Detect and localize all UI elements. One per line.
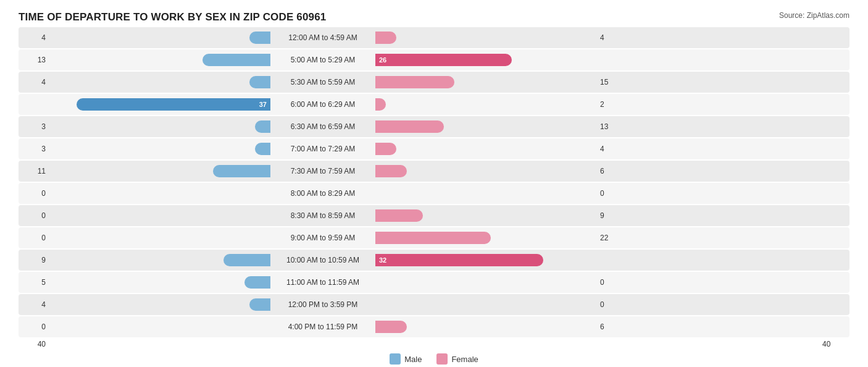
male-bar	[244, 276, 271, 289]
chart-row: 376:00 AM to 6:29 AM2	[19, 94, 849, 115]
time-label: 12:00 PM to 3:59 PM	[270, 300, 375, 309]
chart-row: 04:00 PM to 11:59 PM6	[19, 316, 849, 337]
male-bar-wrap	[48, 143, 270, 155]
chart-area: 412:00 AM to 4:59 AM4135:00 AM to 5:29 A…	[19, 27, 849, 337]
female-bar	[375, 120, 444, 133]
time-label: 8:00 AM to 8:29 AM	[270, 189, 375, 198]
legend-male: Male	[390, 353, 422, 365]
time-label: 5:00 AM to 5:29 AM	[270, 56, 375, 64]
male-bar	[255, 120, 271, 133]
female-bar-wrap	[375, 76, 598, 88]
female-bar-wrap: 32	[375, 254, 598, 266]
female-bar-wrap	[375, 276, 598, 289]
female-bar: 26	[375, 54, 512, 66]
time-label: 4:00 PM to 11:59 PM	[270, 323, 375, 331]
chart-row: 09:00 AM to 9:59 AM22	[19, 227, 849, 248]
male-bar	[202, 54, 271, 66]
male-bar-wrap	[48, 321, 270, 333]
male-bar-wrap: 37	[48, 98, 270, 111]
legend-female: Female	[436, 353, 478, 365]
male-value: 11	[19, 167, 48, 175]
female-value: 6	[598, 323, 627, 331]
female-bar	[375, 232, 491, 244]
chart-row: 08:30 AM to 8:59 AM9	[19, 205, 849, 226]
male-value: 0	[19, 189, 48, 198]
male-bar-wrap	[48, 165, 270, 177]
male-bar-wrap	[48, 276, 270, 289]
male-bar-wrap	[48, 54, 270, 66]
chart-row: 412:00 PM to 3:59 PM0	[19, 294, 849, 315]
male-bar	[213, 165, 271, 177]
female-bar-wrap	[375, 165, 598, 177]
time-label: 5:30 AM to 5:59 AM	[270, 78, 375, 86]
male-value: 0	[19, 323, 48, 331]
male-value: 9	[19, 256, 48, 264]
male-bar	[255, 143, 271, 155]
legend: Male Female	[19, 353, 849, 365]
male-bar	[249, 32, 270, 44]
male-value: 4	[19, 33, 48, 42]
female-value: 4	[598, 145, 627, 153]
time-label: 6:30 AM to 6:59 AM	[270, 122, 375, 131]
chart-row: 08:00 AM to 8:29 AM0	[19, 183, 849, 204]
female-bar-wrap	[375, 143, 598, 155]
male-bar-wrap	[48, 187, 270, 200]
male-bar-wrap	[48, 120, 270, 133]
female-bar: 32	[375, 254, 543, 266]
female-bar	[375, 143, 396, 155]
chart-row: 45:30 AM to 5:59 AM15	[19, 72, 849, 93]
female-bar	[375, 32, 396, 44]
axis-right: 40	[820, 340, 849, 348]
time-label: 7:00 AM to 7:29 AM	[270, 145, 375, 153]
chart-row: 412:00 AM to 4:59 AM4	[19, 27, 849, 48]
female-value: 0	[598, 300, 627, 309]
chart-source: Source: ZipAtlas.com	[779, 11, 849, 20]
male-value: 0	[19, 211, 48, 220]
female-bar-wrap	[375, 32, 598, 44]
male-bar	[249, 76, 270, 88]
female-value: 0	[598, 278, 627, 287]
male-value: 13	[19, 56, 48, 64]
female-bar-wrap	[375, 98, 598, 111]
time-label: 10:00 AM to 10:59 AM	[270, 256, 375, 264]
axis-left: 40	[19, 340, 48, 348]
female-bar	[375, 98, 386, 111]
time-label: 11:00 AM to 11:59 AM	[270, 278, 375, 287]
female-value: 2	[598, 100, 627, 109]
male-value: 4	[19, 78, 48, 86]
female-bar	[375, 165, 407, 177]
female-bar	[375, 76, 454, 88]
male-swatch	[390, 353, 401, 365]
chart-row: 36:30 AM to 6:59 AM13	[19, 116, 849, 137]
male-value: 3	[19, 122, 48, 131]
male-bar-wrap	[48, 32, 270, 44]
chart-row: 117:30 AM to 7:59 AM6	[19, 161, 849, 182]
time-label: 6:00 AM to 6:29 AM	[270, 100, 375, 109]
male-value: 0	[19, 234, 48, 242]
female-bar	[375, 209, 423, 222]
female-bar	[375, 321, 407, 333]
male-bar-wrap	[48, 76, 270, 88]
male-bar	[223, 254, 271, 266]
female-bar-wrap	[375, 209, 598, 222]
time-label: 7:30 AM to 7:59 AM	[270, 167, 375, 175]
female-bar-wrap	[375, 298, 598, 311]
female-bar-wrap: 26	[375, 54, 598, 66]
male-bar-wrap	[48, 298, 270, 311]
male-bar: 37	[77, 98, 271, 111]
chart-title: TIME OF DEPARTURE TO WORK BY SEX IN ZIP …	[19, 11, 326, 23]
female-value: 0	[598, 189, 627, 198]
female-value: 22	[598, 234, 627, 242]
time-label: 12:00 AM to 4:59 AM	[270, 33, 375, 42]
male-value: 3	[19, 145, 48, 153]
female-value: 9	[598, 211, 627, 220]
female-value: 13	[598, 122, 627, 131]
female-bar-wrap	[375, 120, 598, 133]
male-bar-wrap	[48, 232, 270, 244]
chart-row: 135:00 AM to 5:29 AM26	[19, 49, 849, 70]
male-value: 4	[19, 300, 48, 309]
male-value: 5	[19, 278, 48, 287]
female-swatch	[436, 353, 448, 365]
chart-row: 37:00 AM to 7:29 AM4	[19, 138, 849, 159]
chart-container: TIME OF DEPARTURE TO WORK BY SEX IN ZIP …	[0, 0, 868, 367]
